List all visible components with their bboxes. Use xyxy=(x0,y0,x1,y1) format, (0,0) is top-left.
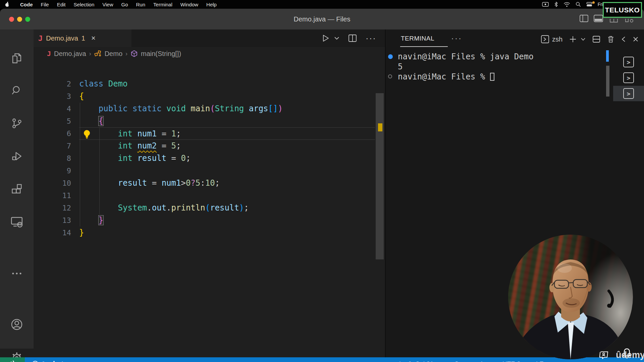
editor-scrollbar[interactable] xyxy=(376,93,384,259)
split-editor-icon[interactable] xyxy=(348,34,357,42)
terminal-scrollbar[interactable] xyxy=(606,66,609,97)
run-and-debug-icon[interactable] xyxy=(9,148,25,164)
terminal-more-views-icon[interactable]: ··· xyxy=(451,34,462,43)
more-actions-icon[interactable] xyxy=(9,265,25,282)
webcam-overlay xyxy=(508,235,633,359)
line-number[interactable]: 14 xyxy=(34,227,71,239)
new-terminal-icon[interactable] xyxy=(569,36,577,43)
code-line-2[interactable]: class Demo xyxy=(79,78,375,90)
close-panel-icon[interactable] xyxy=(633,36,639,42)
eol-status[interactable]: LF xyxy=(536,357,543,362)
menu-item-run[interactable]: Run xyxy=(132,2,150,7)
screen-mirroring-icon[interactable] xyxy=(542,2,549,7)
toggle-sidebar-icon[interactable] xyxy=(579,14,589,22)
terminal-lines[interactable]: navin@iMac Files % java Demo5navin@iMac … xyxy=(385,52,610,82)
terminal-cursor xyxy=(490,73,494,81)
terminal-line-1[interactable]: navin@iMac Files % java Demo xyxy=(385,52,610,62)
terminal-tab-icon: > xyxy=(623,57,634,67)
editor-more-actions-icon[interactable]: ··· xyxy=(366,33,376,44)
code-line-10[interactable]: result = num1>0?5:10; xyxy=(79,177,375,189)
menu-item-code[interactable]: Code xyxy=(16,2,37,7)
collapse-panel-chevron-icon[interactable] xyxy=(621,36,626,43)
menu-item-window[interactable]: Window xyxy=(176,2,202,7)
code-line-3[interactable]: { xyxy=(79,90,375,103)
line-number[interactable]: 10 xyxy=(34,177,71,189)
customize-layout-icon[interactable] xyxy=(609,19,618,23)
indentation-status[interactable]: Spaces: 4 xyxy=(454,357,483,362)
search-view-icon[interactable] xyxy=(9,82,25,99)
editor-actions: ··· xyxy=(322,29,376,47)
more-layout-icon[interactable] xyxy=(625,19,634,23)
terminal-dropdown-chevron-icon[interactable] xyxy=(581,38,586,41)
tab-demo-java[interactable]: J Demo.java 1 × xyxy=(34,29,131,47)
problems-status[interactable]: 0 1 xyxy=(32,357,64,362)
code-line-13[interactable]: } xyxy=(79,214,375,227)
code-line-6[interactable]: int num1 = 1; xyxy=(79,127,375,140)
menu-item-view[interactable]: View xyxy=(98,2,117,7)
split-terminal-icon[interactable] xyxy=(592,35,600,43)
encoding-status[interactable]: UTF-8 xyxy=(502,357,521,362)
line-number[interactable]: 13 xyxy=(34,214,71,227)
terminal-title[interactable]: TERMINAL xyxy=(401,35,434,42)
wifi-icon[interactable] xyxy=(564,2,570,7)
gutter[interactable]: 234567891011121314 xyxy=(34,78,71,239)
line-number[interactable]: 11 xyxy=(34,189,71,202)
terminal-line-3[interactable]: navin@iMac Files % xyxy=(385,72,610,82)
run-dropdown-chevron-icon[interactable] xyxy=(334,37,339,40)
control-center-icon[interactable] xyxy=(586,2,592,7)
line-number[interactable]: 5 xyxy=(34,115,71,127)
titlebar[interactable]: Demo.java — Files xyxy=(0,9,644,29)
tab-label: Demo.java xyxy=(46,35,78,42)
source-control-icon[interactable] xyxy=(9,115,25,131)
code-editor[interactable]: 234567891011121314 class Demo{ public st… xyxy=(34,60,385,357)
code-line-4[interactable]: public static void main(String args[]) xyxy=(79,103,375,115)
line-number[interactable]: 12 xyxy=(34,202,71,214)
run-button[interactable] xyxy=(322,34,329,42)
account-icon[interactable] xyxy=(9,316,25,333)
menu-item-file[interactable]: File xyxy=(37,2,53,7)
terminal-tab-3[interactable]: > xyxy=(613,86,644,101)
terminal-tab-2[interactable]: > xyxy=(613,70,644,85)
menu-item-selection[interactable]: Selection xyxy=(70,2,99,7)
lightbulb-icon[interactable] xyxy=(83,129,91,141)
remote-explorer-icon[interactable] xyxy=(9,214,25,230)
code-lines[interactable]: class Demo{ public static void main(Stri… xyxy=(79,78,375,239)
kill-terminal-trash-icon[interactable] xyxy=(607,35,614,43)
breadcrumb-method[interactable]: main(String[]) xyxy=(141,50,181,58)
terminal-tab-1[interactable]: > xyxy=(613,54,644,70)
apple-logo-icon[interactable] xyxy=(5,1,10,7)
shell-indicator[interactable]: zsh xyxy=(541,35,562,44)
search-icon[interactable] xyxy=(576,2,581,7)
bluetooth-icon[interactable] xyxy=(554,2,558,7)
menu-item-help[interactable]: Help xyxy=(202,2,221,7)
menu-item-terminal[interactable]: Terminal xyxy=(149,2,176,7)
code-line-9[interactable] xyxy=(79,165,375,177)
breadcrumb-class[interactable]: Demo xyxy=(105,50,122,58)
line-number[interactable]: 6 xyxy=(34,127,71,140)
menubar-clock[interactable]: Fri xyxy=(598,2,603,7)
line-number[interactable]: 7 xyxy=(34,140,71,152)
code-line-11[interactable] xyxy=(79,189,375,202)
menu-item-go[interactable]: Go xyxy=(117,2,132,7)
line-number[interactable]: 9 xyxy=(34,165,71,177)
menubar-status-icons: Fri xyxy=(542,0,603,9)
extensions-icon[interactable] xyxy=(9,181,25,197)
terminal-line-2[interactable]: 5 xyxy=(385,62,610,72)
code-line-7[interactable]: int num2 = 5; xyxy=(79,140,375,152)
line-number[interactable]: 2 xyxy=(34,78,71,90)
feedback-icon[interactable] xyxy=(599,351,609,360)
code-line-14[interactable]: } xyxy=(79,227,375,239)
code-line-5[interactable]: { xyxy=(79,115,375,127)
menu-item-edit[interactable]: Edit xyxy=(53,2,70,7)
line-number[interactable]: 3 xyxy=(34,90,71,103)
explorer-icon[interactable] xyxy=(9,50,25,66)
cursor-position-status[interactable]: Ln 6, Col 21 xyxy=(399,357,433,362)
line-number[interactable]: 8 xyxy=(34,152,71,165)
code-line-12[interactable]: System.out.println(result); xyxy=(79,202,375,214)
code-line-8[interactable]: int result = 0; xyxy=(79,152,375,165)
tab-close-icon[interactable]: × xyxy=(91,34,96,43)
breadcrumb-file[interactable]: Demo.java xyxy=(54,50,86,58)
line-number[interactable]: 4 xyxy=(34,103,71,115)
remote-indicator[interactable] xyxy=(0,357,25,362)
toggle-panel-icon[interactable] xyxy=(593,14,603,22)
